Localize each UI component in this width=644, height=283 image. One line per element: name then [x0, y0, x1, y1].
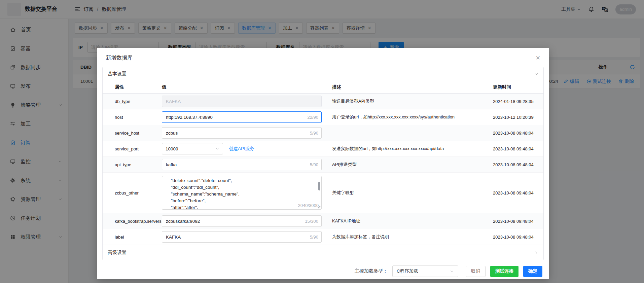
- modal-title: 新增数据库: [106, 55, 133, 62]
- loader-type-value: C程序加载: [397, 268, 418, 274]
- attr-name: host: [103, 115, 162, 120]
- value-input[interactable]: [162, 231, 322, 243]
- close-icon[interactable]: ✕: [536, 55, 540, 61]
- value-input-wrap: [162, 96, 322, 107]
- attr-value-cell: 22/90: [162, 111, 332, 123]
- attr-value-cell: "delete_count":"delete_count", "ddl_coun…: [162, 176, 332, 210]
- form-column-headers: 属性 值 描述 更新时间: [103, 81, 543, 94]
- form-rows: db_type输送目标类型API类型2024-01-18 09:28:35hos…: [103, 94, 543, 245]
- value-input[interactable]: [162, 159, 322, 170]
- advanced-settings-toggle[interactable]: 高级设置: [103, 245, 543, 260]
- modal-form-row: service_host5/902023-10-08 09:48:04: [103, 125, 543, 141]
- chevron-down-icon: [215, 147, 219, 151]
- attr-value-cell: [162, 96, 332, 107]
- basic-settings-toggle[interactable]: 基本设置: [103, 67, 543, 81]
- confirm-button[interactable]: 确定: [523, 266, 542, 277]
- settings-section-box: 基本设置 属性 值 描述 更新时间 db_type输送目标类型API类型2024…: [102, 67, 544, 260]
- modal-form-row: db_type输送目标类型API类型2024-01-18 09:28:35: [103, 94, 543, 109]
- attr-value-cell: 5/90: [162, 127, 332, 139]
- resize-grip-icon[interactable]: [318, 206, 321, 209]
- value-input[interactable]: [162, 215, 322, 227]
- attr-description: 发送实际数据的url，如http://xxx.xxx.xxx.xxx:xxxx/…: [332, 146, 493, 152]
- attr-value-cell: 15/300: [162, 215, 332, 227]
- attr-description: 用户登录的url，如http://xxx.xxx.xxx.xxx:xxxx/sy…: [332, 114, 493, 120]
- desc-column-header: 描述: [332, 84, 493, 90]
- create-api-service-link[interactable]: 创建API服务: [229, 146, 254, 152]
- attr-description: 输送目标类型API类型: [332, 98, 493, 104]
- modal-header: 新增数据库 ✕: [97, 48, 549, 66]
- attr-name: db_type: [103, 99, 162, 104]
- update-time: 2023-10-08 09:48:04: [493, 162, 543, 167]
- attr-name: zcbus_other: [103, 190, 162, 196]
- textarea-content: "delete_count":"delete_count", "ddl_coun…: [163, 177, 317, 209]
- scrollbar-thumb[interactable]: [318, 182, 320, 190]
- attr-name: api_type: [103, 162, 162, 167]
- value-input-wrap: 22/90: [162, 111, 322, 123]
- update-time: 2023-10-08 09:48:04: [493, 219, 543, 224]
- attr-name: service_host: [103, 131, 162, 136]
- chevron-down-icon: [534, 72, 538, 76]
- value-input[interactable]: [162, 127, 322, 139]
- attr-value-cell: 5/90: [162, 231, 332, 243]
- value-input-wrap: 5/90: [162, 231, 322, 243]
- chevron-right-icon: [534, 251, 538, 255]
- value-input[interactable]: [162, 111, 322, 123]
- attr-description: API推送类型: [332, 162, 493, 168]
- attr-value-cell: 5/90: [162, 159, 332, 170]
- char-counter: 2040/3000: [298, 203, 319, 208]
- modal-form-row: api_type5/90API推送类型2023-10-08 09:48:04: [103, 157, 543, 173]
- attr-value-cell: 10009创建API服务: [162, 143, 332, 154]
- modal-form-row: kafka_bootstrap.servers15/300KAFKA IP地址2…: [103, 213, 543, 229]
- time-column-header: 更新时间: [493, 84, 543, 90]
- modal-form-row: host22/90用户登录的url，如http://xxx.xxx.xxx.xx…: [103, 109, 543, 125]
- update-time: 2024-01-18 09:28:35: [493, 99, 543, 104]
- value-input-wrap: 5/90: [162, 159, 322, 170]
- attr-column-header: 属性: [103, 84, 162, 90]
- attr-name: service_port: [103, 146, 162, 151]
- attr-description: 为数据库添加标签，备注说明: [332, 234, 493, 240]
- value-input-wrap: 5/90: [162, 127, 322, 139]
- update-time: 2023-10-08 09:48:04: [493, 190, 543, 196]
- value-textarea[interactable]: "delete_count":"delete_count", "ddl_coun…: [162, 176, 322, 210]
- attr-description: KAFKA IP地址: [332, 218, 493, 224]
- value-column-header: 值: [162, 84, 332, 90]
- add-database-modal: 新增数据库 ✕ 基本设置 属性 值 描述 更新时间 db_type输送目标类型A…: [97, 48, 549, 279]
- value-input-wrap: 15/300: [162, 215, 322, 227]
- test-connection-button[interactable]: 测试连接: [490, 266, 518, 277]
- chevron-down-icon: [450, 269, 454, 273]
- attr-name: label: [103, 235, 162, 240]
- modal-footer: 主控加载类型： C程序加载 取消 测试连接 确定: [97, 260, 549, 277]
- loader-type-label: 主控加载类型：: [355, 268, 388, 274]
- cancel-button[interactable]: 取消: [466, 266, 486, 277]
- value-input[interactable]: [162, 96, 322, 107]
- modal-form-row: label5/90为数据库添加标签，备注说明2023-10-08 09:48:0…: [103, 229, 543, 245]
- attr-name: kafka_bootstrap.servers: [103, 219, 162, 224]
- update-time: 2023-10-08 09:48:04: [493, 131, 543, 136]
- attr-description: 关键字映射: [332, 190, 493, 196]
- loader-type-select[interactable]: C程序加载: [392, 266, 458, 277]
- update-time: 2023-10-12 10:20:39: [493, 115, 543, 120]
- update-time: 2023-10-08 09:48:04: [493, 235, 543, 240]
- select-value: 10009: [166, 146, 178, 151]
- update-time: 2023-10-08 09:48:04: [493, 146, 543, 151]
- modal-form-row: service_port10009创建API服务发送实际数据的url，如http…: [103, 141, 543, 157]
- value-select[interactable]: 10009: [162, 143, 223, 154]
- modal-form-row: zcbus_other "delete_count":"delete_count…: [103, 173, 543, 213]
